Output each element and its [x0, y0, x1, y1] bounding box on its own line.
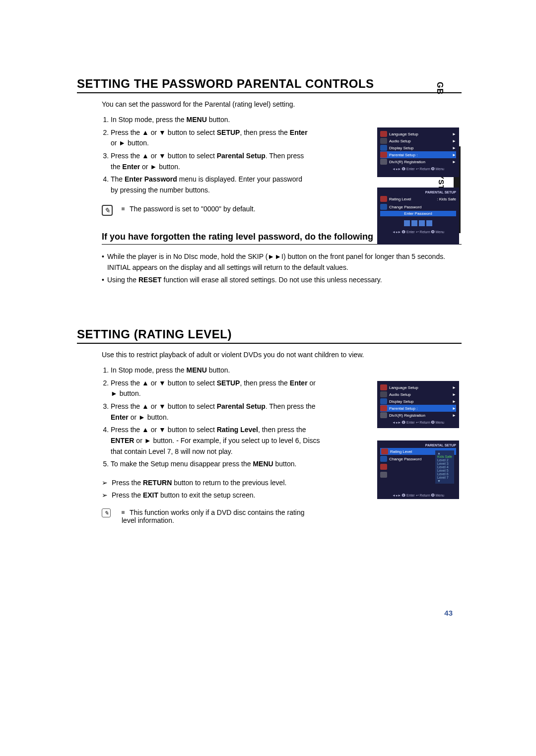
osd-footer: ◄●► 🅔 Enter ↩ Return 🅜 Menu	[380, 167, 456, 171]
osd-item: DivX(R) Registration	[389, 160, 452, 164]
text-bold: Parental Setup	[217, 152, 266, 160]
osd-password-boxes	[380, 220, 456, 226]
osd-item: Display Setup	[389, 146, 452, 150]
osd-item: Language Setup	[389, 132, 452, 136]
text-bold: Rating Level	[217, 426, 258, 434]
osd-item: Language Setup	[389, 385, 452, 390]
list-item: • While the player is in No DIsc mode, h…	[102, 252, 462, 273]
arrow-icon: ➢	[102, 492, 108, 499]
text-bold: Parental Setup	[217, 402, 266, 410]
step-4: The Enter Password menu is displayed. En…	[111, 174, 310, 195]
square-bullet-icon	[122, 207, 125, 210]
text-bold: Enter	[122, 163, 140, 171]
text: Press the	[112, 479, 143, 487]
osd-level: Level 7	[437, 476, 452, 479]
note-rating-level: ✎ This function works only if a DVD disc…	[102, 508, 462, 524]
section-title-password-parental: SETTING THE PASSWORD PARENTAL CONTROLS	[77, 77, 462, 93]
osd-item-selected: Parental Setup :	[389, 153, 452, 157]
step-5: To make the Setup menu disappear press t…	[111, 459, 320, 470]
square-bullet-icon	[122, 511, 125, 514]
text: function will erase all stored settings.…	[162, 276, 382, 284]
osd-item: DivX(R) Registration	[389, 413, 452, 418]
text: button.	[273, 460, 297, 468]
text: In Stop mode, press the	[111, 366, 187, 374]
text: Press the ▲ or ▼ button to select	[111, 402, 217, 410]
note-text: The password is set to "0000" by default…	[130, 205, 256, 213]
text: To make the Setup menu disappear press t…	[111, 460, 253, 468]
step-2: Press the ▲ or ▼ button to select SETUP,…	[111, 378, 320, 399]
osd-level: Level 6	[437, 472, 452, 476]
osd-footer: ◄●► 🅔 Enter ↩ Return 🅜 Menu	[380, 494, 456, 498]
text: Press the ▲ or ▼ button to select	[111, 379, 217, 387]
osd-footer: ◄●► 🅔 Enter ↩ Return 🅜 Menu	[380, 421, 456, 425]
text: button to return to the previous level.	[172, 479, 286, 487]
text: Press the	[112, 491, 143, 499]
forgotten-password-list: • While the player is in No DIsc mode, h…	[102, 252, 462, 286]
osd-level-list: ▲ Kids Safe Level 2 Level 3 Level 4 Leve…	[435, 450, 454, 484]
osd-parental-rating-levels: PARENTAL SETUP Rating Level Change Passw…	[377, 441, 459, 499]
osd-item: Display Setup	[389, 399, 452, 404]
text-bold: RESET	[138, 276, 162, 284]
text-bold: SETUP	[217, 128, 240, 136]
text-bold: MENU	[187, 366, 207, 374]
osd-setup-menu-2: Language Setup► Audio Setup► Display Set…	[377, 381, 459, 428]
osd-footer: ◄●► 🅔 Enter ↩ Return 🅜 Menu	[380, 230, 456, 234]
note-text: This function works only if a DVD disc c…	[122, 508, 305, 524]
text-bold: SETUP	[217, 379, 240, 387]
osd-title: PARENTAL SETUP	[380, 443, 456, 447]
text-bold: EXIT	[143, 491, 158, 499]
osd-parental-password: PARENTAL SETUP Rating Level: Kids Safe C…	[377, 188, 459, 245]
osd-value: : Kids Safe	[437, 197, 456, 201]
text: button.	[207, 366, 230, 374]
osd-item: Rating Level	[389, 197, 437, 201]
text: Press the ▲ or ▼ button to select	[111, 152, 217, 160]
note-icon: ✎	[102, 205, 113, 216]
section1-intro: You can set the password for the Parenta…	[102, 99, 462, 110]
osd-item: Audio Setup	[389, 392, 452, 397]
text-bold: MENU	[187, 116, 207, 124]
text: or ► button.	[129, 413, 169, 421]
osd-title: PARENTAL SETUP	[380, 190, 456, 194]
step-3: Press the ▲ or ▼ button to select Parent…	[111, 401, 320, 423]
text: The	[111, 175, 125, 183]
text: or ► button.	[140, 163, 180, 171]
text: Press the ▲ or ▼ button to select	[111, 426, 217, 434]
osd-level: ▼	[437, 479, 452, 483]
text: , then press the	[240, 379, 289, 387]
osd-item: Change Password	[389, 205, 456, 209]
text: , then press the	[240, 128, 289, 136]
osd-enter-password: Enter Password	[404, 211, 432, 216]
step-4: Press the ▲ or ▼ button to select Rating…	[111, 425, 320, 457]
step-2: Press the ▲ or ▼ button to select SETUP,…	[111, 127, 310, 149]
list-item: • Using the RESET function will erase al…	[102, 275, 462, 286]
osd-level-selected: Kids Safe	[437, 455, 452, 458]
osd-level: Level 2	[437, 458, 452, 462]
text-bold: Enter	[111, 413, 129, 421]
osd-item: Audio Setup	[389, 139, 452, 143]
text: button to exit the setup screen.	[158, 491, 255, 499]
osd-level: Level 3	[437, 462, 452, 465]
text-bold: Enter Password	[125, 175, 177, 183]
note-icon: ✎	[102, 508, 111, 517]
step-1: In Stop mode, press the MENU button.	[111, 115, 310, 126]
bullet-icon: •	[102, 252, 104, 273]
osd-level: ▲	[437, 451, 452, 455]
section2-intro: Use this to restrict playback of adult o…	[102, 350, 409, 360]
bullet-icon: •	[102, 275, 104, 286]
section1-steps: In Stop mode, press the MENU button. Pre…	[102, 115, 310, 196]
osd-setup-menu-1: Language Setup► Audio Setup► Display Set…	[377, 127, 459, 177]
text: Press the ▲ or ▼ button to select	[111, 128, 217, 136]
text-bold: Enter	[290, 379, 308, 387]
section2-steps: In Stop mode, press the MENU button. Pre…	[102, 365, 320, 470]
page-number: 43	[444, 609, 453, 617]
step-1: In Stop mode, press the MENU button.	[111, 365, 320, 376]
text: or ► button.	[111, 139, 149, 147]
osd-level: Level 4	[437, 465, 452, 469]
arrow-icon: ➢	[102, 479, 108, 487]
text: , then press the	[258, 426, 306, 434]
section-title-rating-level: SETTING (RATING LEVEL)	[77, 327, 462, 344]
text: . Then press the	[266, 402, 316, 410]
text: Using the	[107, 276, 138, 284]
text: or ► button. - For example, if you selec…	[111, 437, 320, 455]
text: button.	[207, 116, 230, 124]
